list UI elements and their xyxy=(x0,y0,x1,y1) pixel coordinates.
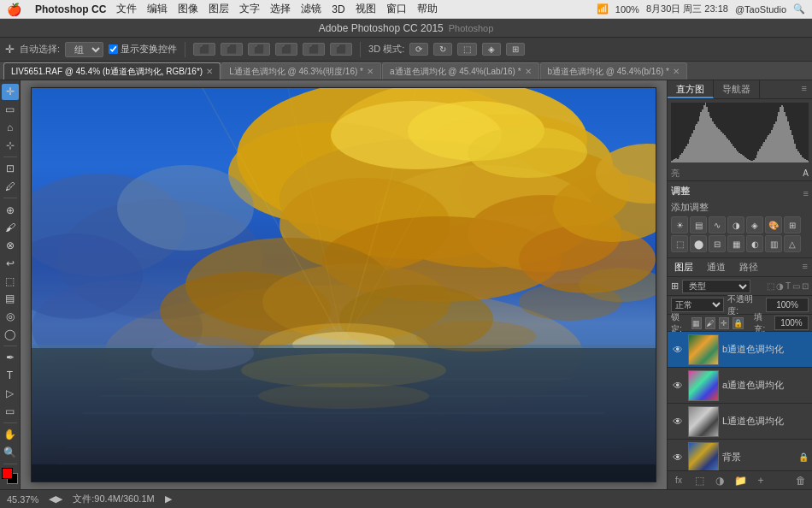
3d-pan-icon[interactable]: ⬚ xyxy=(457,43,477,56)
blend-mode-select[interactable]: 正常 xyxy=(671,298,724,312)
tab2-close[interactable]: ✕ xyxy=(367,67,374,76)
filter-shape-icon[interactable]: ▭ xyxy=(792,281,800,291)
3d-scale-icon[interactable]: ⊞ xyxy=(506,43,525,56)
layer3-visibility-toggle[interactable]: 👁 xyxy=(671,415,685,428)
arrow-icon[interactable]: ▶ xyxy=(165,493,172,505)
adjustments-options-icon[interactable]: ≡ xyxy=(803,188,809,198)
adj-invert[interactable]: ◐ xyxy=(746,235,763,252)
adj-bw[interactable]: ⬚ xyxy=(671,235,688,252)
lock-position-btn[interactable]: ✛ xyxy=(719,317,729,329)
path-select-tool[interactable]: ▷ xyxy=(2,386,19,402)
menu-file[interactable]: 文件 xyxy=(116,2,137,16)
adj-vibrance[interactable]: ◈ xyxy=(746,216,763,233)
align-center-icon[interactable]: ⬛ xyxy=(221,43,243,56)
layer-item-1[interactable]: 👁 b通道色调均化 xyxy=(668,332,812,368)
adj-channel-mixer[interactable]: ⊟ xyxy=(709,235,726,252)
menu-photoshop[interactable]: Photoshop CC xyxy=(35,3,106,15)
document-tab-4[interactable]: b通道色调均化 @ 45.4%(b/16) * ✕ xyxy=(540,62,687,80)
gradient-tool[interactable]: ▤ xyxy=(2,291,19,307)
adj-hsl[interactable]: 🎨 xyxy=(765,216,782,233)
opacity-input[interactable] xyxy=(766,298,809,312)
menu-layer[interactable]: 图层 xyxy=(209,2,229,16)
layer1-visibility-toggle[interactable]: 👁 xyxy=(671,343,685,357)
align-middle-icon[interactable]: ⬛ xyxy=(303,43,325,56)
tab-layers[interactable]: 图层 xyxy=(668,258,700,276)
new-layer-button[interactable]: + xyxy=(753,473,768,488)
align-top-icon[interactable]: ⬛ xyxy=(275,43,297,56)
document-tab-3[interactable]: a通道色调均化 @ 45.4%(Lab/16) * ✕ xyxy=(382,62,539,80)
blur-tool[interactable]: ◎ xyxy=(2,309,19,325)
filter-type-select[interactable]: 类型 xyxy=(682,280,750,293)
menu-help[interactable]: 帮助 xyxy=(417,2,438,16)
align-left-icon[interactable]: ⬛ xyxy=(193,43,215,56)
adj-exposure[interactable]: ◑ xyxy=(727,216,744,233)
adj-threshold[interactable]: △ xyxy=(784,235,801,252)
layer-fx-button[interactable]: fx xyxy=(671,473,686,488)
menu-window[interactable]: 窗口 xyxy=(386,2,407,16)
tab4-close[interactable]: ✕ xyxy=(673,67,680,76)
menu-select[interactable]: 选择 xyxy=(270,2,291,16)
menu-3d[interactable]: 3D xyxy=(332,3,344,15)
hand-tool[interactable]: ✋ xyxy=(2,427,19,443)
spot-heal-tool[interactable]: ⊕ xyxy=(2,202,19,218)
document-tab-2[interactable]: L通道色调均化 @ 46.3%(明度/16) * ✕ xyxy=(221,62,381,80)
magic-wand-tool[interactable]: ⊹ xyxy=(2,137,19,153)
new-fill-adj-button[interactable]: ◑ xyxy=(712,473,727,488)
menu-view[interactable]: 视图 xyxy=(356,2,376,16)
move-tool[interactable]: ✛ xyxy=(2,84,19,100)
filter-pixel-icon[interactable]: ⬚ xyxy=(767,281,774,291)
tab-histogram[interactable]: 直方图 xyxy=(668,80,714,98)
adj-photo-filter[interactable]: ⬤ xyxy=(690,235,707,252)
panel-options-icon[interactable]: ≡ xyxy=(797,80,812,98)
new-group-button[interactable]: 📁 xyxy=(733,473,748,488)
adj-posterize[interactable]: ▥ xyxy=(765,235,782,252)
fill-input[interactable] xyxy=(774,316,809,330)
adj-brightness[interactable]: ☀ xyxy=(671,216,688,233)
show-transform-checkbox-label[interactable]: 显示变换控件 xyxy=(109,43,177,56)
tab3-close[interactable]: ✕ xyxy=(525,67,532,76)
shape-tool[interactable]: ▭ xyxy=(2,403,19,419)
crop-tool[interactable]: ⊡ xyxy=(2,161,19,177)
zoom-slider[interactable]: ◀▶ xyxy=(49,493,62,505)
foreground-color[interactable] xyxy=(2,468,13,479)
menu-image[interactable]: 图像 xyxy=(178,2,198,16)
add-mask-button[interactable]: ⬚ xyxy=(691,473,707,488)
layers-options-icon[interactable]: ≡ xyxy=(798,258,812,276)
tab-channels[interactable]: 通道 xyxy=(700,258,733,276)
auto-select-dropdown[interactable]: 组 xyxy=(65,42,103,57)
filter-type-text-icon[interactable]: T xyxy=(786,281,791,291)
zoom-tool[interactable]: 🔍 xyxy=(2,445,19,461)
brush-tool[interactable]: 🖌 xyxy=(2,220,19,236)
delete-layer-button[interactable]: 🗑 xyxy=(793,473,809,488)
layer-item-4[interactable]: 👁 背景 🔒 xyxy=(668,440,812,470)
tab-navigator[interactable]: 导航器 xyxy=(714,80,760,98)
lasso-tool[interactable]: ⌂ xyxy=(2,119,19,135)
lock-image-btn[interactable]: 🖌 xyxy=(705,317,715,329)
adj-curves[interactable]: ∿ xyxy=(709,216,726,233)
text-tool[interactable]: T xyxy=(2,368,19,384)
lock-transparency-btn[interactable]: ▦ xyxy=(691,317,702,329)
layer-item-2[interactable]: 👁 a通道色调均化 xyxy=(668,368,812,404)
history-brush-tool[interactable]: ↩ xyxy=(2,255,19,271)
align-right-icon[interactable]: ⬛ xyxy=(248,43,270,56)
apple-menu[interactable]: 🍎 xyxy=(7,3,21,16)
filter-smart-icon[interactable]: ⊡ xyxy=(802,281,809,291)
3d-roll-icon[interactable]: ↻ xyxy=(433,43,452,56)
layer-item-3[interactable]: 👁 L通道色调均化 xyxy=(668,404,812,440)
menu-text[interactable]: 文字 xyxy=(239,2,260,16)
eraser-tool[interactable]: ⬚ xyxy=(2,273,19,289)
show-transform-checkbox[interactable] xyxy=(109,44,118,54)
selection-tool[interactable]: ▭ xyxy=(2,102,19,118)
pen-tool[interactable]: ✒ xyxy=(2,350,19,366)
tab1-close[interactable]: ✕ xyxy=(206,67,213,76)
filter-type-icon[interactable]: ⊞ xyxy=(671,281,679,292)
clone-stamp-tool[interactable]: ⊗ xyxy=(2,238,19,254)
adj-color-lookup[interactable]: ▦ xyxy=(727,235,744,252)
3d-rotate-icon[interactable]: ⟳ xyxy=(409,43,428,56)
tab-paths[interactable]: 路径 xyxy=(733,258,765,276)
document-canvas[interactable] xyxy=(32,88,656,481)
dodge-tool[interactable]: ◯ xyxy=(2,326,19,342)
3d-slide-icon[interactable]: ◈ xyxy=(482,43,501,56)
align-bottom-icon[interactable]: ⬛ xyxy=(330,43,352,56)
filter-adjust-icon[interactable]: ◑ xyxy=(776,281,784,291)
